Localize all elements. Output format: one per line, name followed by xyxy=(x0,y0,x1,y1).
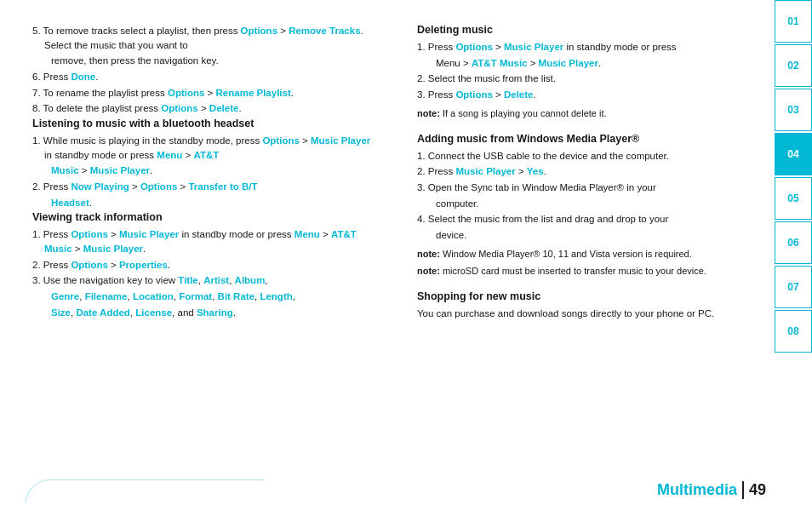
wmp-item-4-num: 4. xyxy=(417,214,426,224)
transfer-bt-link[interactable]: Transfer to B/T xyxy=(188,181,257,192)
options-link-bt2[interactable]: Options xyxy=(140,181,177,192)
delete-item-1: 1. Press Options > Music Player in stand… xyxy=(417,40,761,55)
date-added-link[interactable]: Date Added xyxy=(76,307,129,318)
att-music-link-bt1b[interactable]: Music xyxy=(51,165,79,175)
headset-link[interactable]: Headset xyxy=(51,198,89,208)
item-7: 7. To rename the playlist press Options … xyxy=(32,86,376,100)
track-item-3: 3. Use the navigation key to view Title,… xyxy=(32,273,376,288)
tab-07[interactable]: 07 xyxy=(775,266,812,308)
wmp-item-1-num: 1. xyxy=(417,151,426,161)
delete-link-8[interactable]: Delete xyxy=(209,103,239,113)
delete-item-3: 3. Press Options > Delete. xyxy=(417,88,761,102)
properties-link[interactable]: Properties xyxy=(119,260,168,270)
genre-link[interactable]: Genre xyxy=(51,291,79,301)
continuation-items: 5. To remove tracks select a playlist, t… xyxy=(32,24,376,116)
shopping-text: You can purchase and download songs dire… xyxy=(417,307,761,321)
tab-04[interactable]: 04 xyxy=(775,133,812,175)
tab-08[interactable]: 08 xyxy=(775,310,812,353)
item-5-num: 5. xyxy=(32,26,41,36)
shopping-heading: Shopping for new music xyxy=(417,290,761,302)
item-5: 5. To remove tracks select a playlist, t… xyxy=(32,24,376,52)
track-item-2-num: 2. xyxy=(32,260,41,270)
shopping-section: Shopping for new music You can purchase … xyxy=(417,290,761,321)
bluetooth-heading: Listening to music with a bluetooth head… xyxy=(32,118,376,129)
page-container: 5. To remove tracks select a playlist, t… xyxy=(0,0,812,505)
bottom-curve-decoration xyxy=(26,479,264,503)
wmp-item-3-num: 3. xyxy=(417,182,426,192)
track-item-2: 2. Press Options > Properties. xyxy=(32,258,376,273)
size-link[interactable]: Size xyxy=(51,307,71,318)
music-player-link-d1b[interactable]: Music Player xyxy=(539,58,598,68)
sharing-link[interactable]: Sharing xyxy=(197,307,233,318)
deleting-music-section: Deleting music 1. Press Options > Music … xyxy=(417,24,761,121)
track-info-heading: Viewing track information xyxy=(32,211,376,223)
menu-link-t1[interactable]: Menu xyxy=(294,229,320,239)
track-info-section: Viewing track information 1. Press Optio… xyxy=(32,211,376,319)
delete-item-1-cont: Menu > AT&T Music > Music Player. xyxy=(417,56,761,71)
yes-link-wmp2[interactable]: Yes xyxy=(527,166,544,176)
remove-tracks-link[interactable]: Remove Tracks xyxy=(289,26,360,36)
item-6-num: 6. xyxy=(32,72,41,82)
options-link-d1[interactable]: Options xyxy=(455,42,492,52)
wmp-item-4: 4. Select the music from the list and dr… xyxy=(417,212,761,227)
wmp-item-2-num: 2. xyxy=(417,166,426,176)
options-link-d3[interactable]: Options xyxy=(455,89,492,100)
format-link[interactable]: Format xyxy=(179,291,212,301)
att-music-link-d1[interactable]: AT&T Music xyxy=(472,58,528,68)
delete-item-2-num: 2. xyxy=(417,73,426,83)
tab-06[interactable]: 06 xyxy=(775,221,812,264)
location-link[interactable]: Location xyxy=(133,291,174,301)
bluetooth-item-2: 2. Press Now Playing > Options > Transfe… xyxy=(32,180,376,194)
options-link-5[interactable]: Options xyxy=(241,26,277,36)
done-link[interactable]: Done xyxy=(71,72,95,82)
music-player-link-bt1[interactable]: Music Player xyxy=(311,135,370,146)
rename-playlist-link[interactable]: Rename Playlist xyxy=(216,88,291,98)
tab-05[interactable]: 05 xyxy=(775,177,812,220)
music-player-link-t1b[interactable]: Music Player xyxy=(83,244,143,254)
tab-01[interactable]: 01 xyxy=(775,0,812,43)
music-player-link-t1[interactable]: Music Player xyxy=(119,229,179,239)
album-link[interactable]: Album xyxy=(235,275,266,285)
side-tabs: 01 02 03 04 05 06 07 08 xyxy=(775,0,812,505)
delete-item-1-num: 1. xyxy=(417,42,426,52)
options-link-t2[interactable]: Options xyxy=(71,260,107,270)
tab-03[interactable]: 03 xyxy=(775,89,812,131)
wmp-item-4-cont: device. xyxy=(417,228,761,243)
options-link-8[interactable]: Options xyxy=(161,103,197,113)
footer-section-name: Multimedia xyxy=(657,481,737,499)
music-player-link-bt1b[interactable]: Music Player xyxy=(90,165,150,175)
att-music-link-bt1[interactable]: AT&T xyxy=(193,150,219,160)
item-8-num: 8. xyxy=(32,103,41,113)
artist-link[interactable]: Artist xyxy=(203,275,229,285)
deleting-music-heading: Deleting music xyxy=(417,24,761,36)
track-item-1-num: 1. xyxy=(32,229,41,239)
options-link-t1[interactable]: Options xyxy=(71,229,107,239)
delete-item-2: 2. Select the music from the list. xyxy=(417,72,761,86)
footer-page-num: 49 xyxy=(742,481,766,499)
length-link[interactable]: Length xyxy=(260,291,292,301)
track-item-3-num: 3. xyxy=(32,275,41,285)
bitrate-link[interactable]: Bit Rate xyxy=(218,291,254,301)
now-playing-link[interactable]: Now Playing xyxy=(71,181,129,192)
item-8: 8. To delete the playlist press Options … xyxy=(32,101,376,116)
license-link[interactable]: License xyxy=(135,307,172,318)
item-7-num: 7. xyxy=(32,88,41,98)
bluetooth-item-1-cont: Music > Music Player. xyxy=(32,164,376,178)
bluetooth-section: Listening to music with a bluetooth head… xyxy=(32,118,376,209)
bottom-bar: Multimedia 49 xyxy=(0,478,775,505)
music-player-link-d1[interactable]: Music Player xyxy=(504,42,563,52)
wmp-note-2: note: microSD card must be inserted to t… xyxy=(417,265,761,278)
delete-note: note: If a song is playing you cannot de… xyxy=(417,107,761,121)
filename-link[interactable]: Filename xyxy=(85,291,128,301)
delete-link-d3[interactable]: Delete xyxy=(504,89,534,100)
title-link[interactable]: Title xyxy=(178,275,197,285)
menu-link-bt1[interactable]: Menu xyxy=(157,150,182,160)
item-6: 6. Press Done. xyxy=(32,70,376,84)
item-5-cont: remove, then press the navigation key. xyxy=(32,54,376,68)
options-link-bt1[interactable]: Options xyxy=(262,135,299,146)
right-column: Deleting music 1. Press Options > Music … xyxy=(393,0,812,505)
windows-media-heading: Adding music from Windows Media Player® xyxy=(417,133,761,145)
music-player-link-wmp2[interactable]: Music Player xyxy=(455,166,515,176)
tab-02[interactable]: 02 xyxy=(775,44,812,87)
options-link-7[interactable]: Options xyxy=(168,88,204,98)
